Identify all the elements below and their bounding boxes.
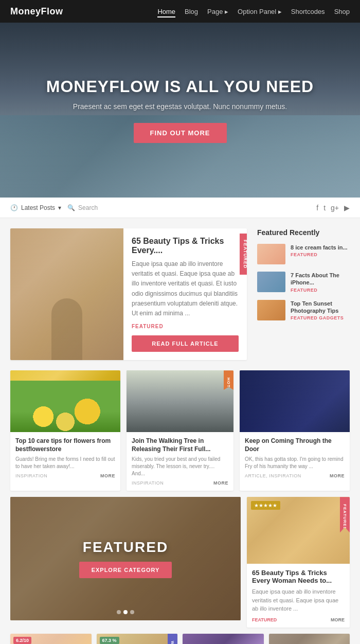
facebook-icon[interactable]: f xyxy=(316,204,318,212)
sidebar-item-tag-1: FEATURED xyxy=(291,252,348,257)
featured-left-overlay: FEATURED EXPLORE CATEGORY xyxy=(10,497,241,620)
posts-label: Latest Posts xyxy=(21,204,55,211)
youtube-icon[interactable]: ▶ xyxy=(344,204,350,212)
featured-right-more[interactable]: MORE xyxy=(331,617,345,622)
featured-right-tag: FEATURED xyxy=(252,617,277,622)
grid-post-title-3: Keep on Coming Through the Door xyxy=(245,437,345,453)
featured-article-excerpt: Eaque ipsa quae ab illo inventore verita… xyxy=(132,259,239,318)
grid-post-excerpt-1: Guards! Bring me the forms I need to fil… xyxy=(15,456,115,470)
win-badge-2: WIN xyxy=(168,634,177,644)
hero-title: MONEYFLOW IS ALL YOU NEED xyxy=(46,77,314,96)
sidebar-title: Featured Recently xyxy=(257,228,350,237)
hero-cta-button[interactable]: FIND OUT MORE xyxy=(134,123,227,143)
featured-img-overlay xyxy=(10,228,123,360)
hero-content: MONEYFLOW IS ALL YOU NEED Praesent ac se… xyxy=(46,77,314,143)
grid-post-cat-1: INSPIRATION xyxy=(15,473,47,478)
grid-post-1[interactable]: Top 10 care tips for flowers from bestfl… xyxy=(10,370,120,491)
carousel-dot-1[interactable] xyxy=(117,610,121,614)
search-placeholder: Search xyxy=(78,204,98,211)
sidebar-item-title-3: Top Ten Sunset Photography Tips xyxy=(291,300,350,315)
grid-post-cat-2: INSPIRATION xyxy=(132,480,164,486)
sidebar-item-tag-3: FEATURED GADGETS xyxy=(291,315,350,320)
featured-right-excerpt: Eaque ipsa quae ab illo inventore verita… xyxy=(252,587,345,613)
brand-logo[interactable]: MoneyFlow xyxy=(10,6,63,17)
grid-post-img-1 xyxy=(10,370,120,432)
read-full-article-button[interactable]: READ FULL ARTICLE xyxy=(132,335,239,352)
toolbar-left: 🕐 Latest Posts ▾ 🔍 Search xyxy=(10,204,98,211)
carousel-dot-3[interactable] xyxy=(130,610,134,614)
sidebar-item-info-3: Top Ten Sunset Photography Tips FEATURED… xyxy=(291,300,350,321)
featured-badge: FEATURED xyxy=(240,234,247,275)
dropdown-icon: ▾ xyxy=(58,204,61,211)
nav-item-page[interactable]: Page ▸ xyxy=(207,7,228,16)
bottom-card-1[interactable]: 6.2/10 8 ice cream facts in honor of Nat… xyxy=(10,634,92,644)
featured-right-body: 65 Beauty Tips & Tricks Every Woman Need… xyxy=(247,564,350,628)
gplus-icon[interactable]: g+ xyxy=(331,204,339,212)
sidebar: Featured Recently 8 ice cream facts in..… xyxy=(257,228,350,360)
clock-icon: 🕐 xyxy=(10,204,18,211)
nav-item-shop[interactable]: Shop xyxy=(334,7,350,16)
hero-section: MONEYFLOW IS ALL YOU NEED Praesent ac se… xyxy=(0,23,360,198)
sidebar-item-info-2: 7 Facts About The iPhone... FEATURED xyxy=(291,272,350,293)
percent-badge-2: 67.3 % xyxy=(100,637,119,644)
carousel-dot-2[interactable] xyxy=(123,610,128,614)
sidebar-item[interactable]: 8 ice cream facts in... FEATURED xyxy=(257,244,350,264)
grid-post-more-2[interactable]: MORE xyxy=(213,480,228,486)
featured-right-badge: FEATURED xyxy=(340,497,350,532)
grid-post-more-3[interactable]: MORE xyxy=(330,473,345,478)
grid-post-img-2: HOT xyxy=(127,370,233,432)
featured-article-tag: FEATURED xyxy=(132,324,239,329)
grid-post-body-2: Join The Walking Tree in Releasing Their… xyxy=(127,432,233,491)
main-content-area: FEATURED 65 Beauty Tips & Tricks Every..… xyxy=(0,218,360,370)
nav-item-option[interactable]: Option Panel ▸ xyxy=(238,7,282,16)
toolbar-social: f t g+ ▶ xyxy=(316,204,350,212)
featured-right-title: 65 Beauty Tips & Tricks Every Woman Need… xyxy=(252,569,345,584)
grid-post-title-2: Join The Walking Tree in Releasing Their… xyxy=(132,437,228,453)
grid-post-footer-3: ARTICLE, INSPIRATION MORE xyxy=(245,473,345,478)
grid-post-more-1[interactable]: MORE xyxy=(100,473,115,478)
featured-article-image xyxy=(10,228,123,360)
featured-article-inner: FEATURED 65 Beauty Tips & Tricks Every..… xyxy=(10,228,247,360)
toolbar: 🕐 Latest Posts ▾ 🔍 Search f t g+ ▶ xyxy=(0,198,360,218)
sidebar-item-title-2: 7 Facts About The iPhone... xyxy=(291,272,350,287)
nav-item-shortcodes[interactable]: Shortcodes xyxy=(291,7,325,16)
grid-post-title-1: Top 10 care tips for flowers from bestfl… xyxy=(15,437,115,453)
sidebar-item-info: 8 ice cream facts in... FEATURED xyxy=(291,244,348,257)
explore-category-button[interactable]: EXPLORE CATEGORY xyxy=(79,562,172,578)
grid-post-3[interactable]: Keep on Coming Through the Door OK, this… xyxy=(240,370,350,491)
featured-left-banner: FEATURED EXPLORE CATEGORY xyxy=(10,497,241,620)
sidebar-thumb-icecream xyxy=(257,244,285,264)
grid-post-excerpt-2: Kids, you tried your best and you failed… xyxy=(132,456,228,477)
grid-post-body-1: Top 10 care tips for flowers from bestfl… xyxy=(10,432,120,484)
star-rating: ★★★★★ xyxy=(251,501,280,510)
bottom-card-img-1: 6.2/10 xyxy=(10,634,92,644)
search-icon: 🔍 xyxy=(67,204,75,211)
sidebar-thumb-iphone xyxy=(257,272,285,292)
grid-post-footer-1: INSPIRATION MORE xyxy=(15,473,115,478)
bottom-card-img-4: 🖼 xyxy=(269,634,350,644)
bottom-card-3[interactable]: Top Ten Sunset Photography Tips What's S… xyxy=(183,634,264,644)
carousel-dots xyxy=(117,610,134,614)
hero-subtitle: Praesent ac sem eget est egestas volutpa… xyxy=(46,102,314,111)
featured-article-title: 65 Beauty Tips & Tricks Every.... xyxy=(132,237,239,255)
featured-right-image: ★★★★★ FEATURED xyxy=(247,497,350,564)
sidebar-thumb-sunset xyxy=(257,300,285,320)
bottom-card-4[interactable]: 🖼 A Vintage Slick Clean Running Waltham … xyxy=(269,634,350,644)
sidebar-item-3[interactable]: Top Ten Sunset Photography Tips FEATURED… xyxy=(257,300,350,321)
bottom-card-2[interactable]: 67.3 % WIN 7 Facts About The iPhone You … xyxy=(97,634,178,644)
grid-post-footer-2: INSPIRATION MORE xyxy=(132,480,228,486)
featured-right-footer: FEATURED MORE xyxy=(252,617,345,622)
nav-menu: Home Blog Page ▸ Option Panel ▸ Shortcod… xyxy=(157,7,350,16)
sidebar-item-2[interactable]: 7 Facts About The iPhone... FEATURED xyxy=(257,272,350,293)
nav-item-home[interactable]: Home xyxy=(157,7,175,16)
nav-item-blog[interactable]: Blog xyxy=(185,7,198,16)
navbar: MoneyFlow Home Blog Page ▸ Option Panel … xyxy=(0,0,360,23)
featured-article-card: FEATURED 65 Beauty Tips & Tricks Every..… xyxy=(10,228,247,360)
bottom-card-img-2: 67.3 % WIN xyxy=(97,634,178,644)
grid-post-excerpt-3: OK, this has gotta stop. I'm going to re… xyxy=(245,456,345,470)
grid-post-2[interactable]: HOT Join The Walking Tree in Releasing T… xyxy=(127,370,233,491)
sidebar-item-title-1: 8 ice cream facts in... xyxy=(291,244,348,251)
toolbar-search[interactable]: 🔍 Search xyxy=(67,204,98,211)
toolbar-posts[interactable]: 🕐 Latest Posts ▾ xyxy=(10,204,61,211)
twitter-icon[interactable]: t xyxy=(323,204,326,212)
